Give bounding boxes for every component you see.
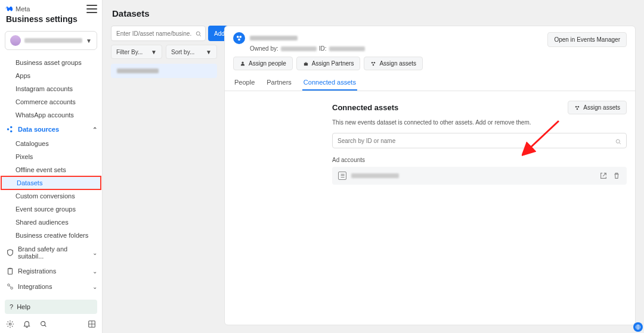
- svg-rect-4: [9, 268, 11, 269]
- svg-point-9: [9, 323, 11, 325]
- open-external-icon[interactable]: [599, 172, 608, 180]
- sort-by-dropdown[interactable]: Sort by... ▼: [166, 45, 217, 59]
- svg-point-18: [371, 61, 373, 63]
- svg-point-13: [237, 36, 239, 38]
- ad-account-icon: ☰: [338, 172, 346, 180]
- assign-people-button[interactable]: Assign people: [233, 57, 293, 70]
- list-controls: Add: [111, 26, 217, 41]
- sidebar-header: Meta Business settings: [0, 0, 102, 31]
- list-panel: Add Filter By... ▼ Sort by... ▼: [111, 26, 217, 325]
- data-sources-icon: [6, 125, 14, 133]
- ad-accounts-label: Ad accounts: [332, 157, 627, 163]
- nav-section-brand-safety[interactable]: Brand safety and suitabil... ⌄: [0, 242, 102, 263]
- svg-point-20: [373, 64, 374, 66]
- tab-people[interactable]: People: [233, 75, 256, 91]
- account-selector[interactable]: ▼: [5, 31, 97, 50]
- id-redacted: [329, 46, 365, 51]
- nav-section-registrations[interactable]: Registrations ⌄: [0, 263, 102, 279]
- svg-point-5: [8, 284, 10, 287]
- tab-partners[interactable]: Partners: [265, 75, 293, 91]
- main-content: Datasets Add Filter By... ▼ Sort by...: [103, 0, 644, 333]
- nav-item-whatsapp-accounts[interactable]: WhatsApp accounts: [0, 108, 102, 122]
- search-icon: [195, 29, 202, 36]
- dataset-list-item[interactable]: [111, 64, 217, 78]
- nav-item-catalogues[interactable]: Catalogues: [0, 137, 102, 150]
- svg-point-21: [575, 105, 577, 107]
- dataset-name-redacted: [117, 69, 159, 73]
- help-icon: ?: [10, 303, 13, 310]
- nav-item-datasets[interactable]: Datasets: [1, 176, 101, 189]
- svg-point-16: [242, 61, 243, 63]
- connected-assets-title: Connected assets: [332, 103, 568, 112]
- sidebar-footer: [0, 316, 102, 333]
- gear-icon[interactable]: [6, 320, 14, 328]
- dataset-icon: [233, 32, 245, 44]
- sidebar: Meta Business settings ▼ Business asset …: [0, 0, 103, 333]
- content-row: Add Filter By... ▼ Sort by... ▼: [111, 26, 636, 325]
- avatar: [10, 35, 21, 46]
- nav-item-custom-conversions[interactable]: Custom conversions: [0, 189, 102, 203]
- assign-assets-button[interactable]: Assign assets: [364, 57, 423, 70]
- chevron-down-icon: ▼: [206, 49, 212, 55]
- ad-account-name: [351, 173, 595, 178]
- help-button[interactable]: ? Help: [5, 300, 97, 314]
- ad-account-name-redacted: [351, 173, 399, 178]
- svg-point-19: [374, 61, 376, 63]
- svg-point-15: [238, 38, 240, 41]
- svg-point-0: [7, 128, 10, 130]
- nav-item-instagram-accounts[interactable]: Instagram accounts: [0, 82, 102, 95]
- svg-point-12: [196, 32, 200, 35]
- detail-tabs: People Partners Connected assets: [225, 75, 635, 91]
- nav-item-billing[interactable]: Billing and payments: [0, 294, 102, 297]
- assign-partners-button[interactable]: Assign Partners: [296, 57, 361, 70]
- svg-point-10: [41, 322, 45, 326]
- connected-search-wrap: [332, 133, 627, 148]
- search-icon[interactable]: [39, 320, 48, 328]
- integrations-icon: [6, 282, 14, 291]
- tab-connected-assets[interactable]: Connected assets: [302, 75, 357, 91]
- connected-assets-description: This new events dataset is connected to …: [332, 119, 627, 126]
- globe-widget[interactable]: [633, 322, 643, 332]
- svg-point-1: [10, 126, 13, 129]
- clipboard-icon: [6, 267, 14, 275]
- nav-list: Business asset groups Apps Instagram acc…: [0, 56, 102, 297]
- nav-item-event-source-groups[interactable]: Event source groups: [0, 203, 102, 216]
- trash-icon[interactable]: [612, 172, 621, 180]
- nav-section-integrations[interactable]: Integrations ⌄: [0, 279, 102, 294]
- menu-toggle-icon[interactable]: [86, 5, 97, 13]
- open-events-manager-button[interactable]: Open in Events Manager: [547, 32, 627, 47]
- chevron-down-icon: ⌄: [92, 284, 97, 290]
- filter-by-dropdown[interactable]: Filter By... ▼: [111, 45, 162, 59]
- brand-label: Meta: [16, 5, 30, 13]
- detail-panel: Owned by: ID: Open in Events Manager Ass…: [224, 26, 636, 325]
- svg-point-6: [11, 287, 13, 290]
- nav-item-pixels[interactable]: Pixels: [0, 150, 102, 163]
- connected-assets-section: Connected assets Assign assets This new …: [225, 91, 635, 193]
- grid-icon[interactable]: [88, 320, 96, 328]
- nav-item-offline-event-sets[interactable]: Offline event sets: [0, 163, 102, 176]
- nav-item-business-creative-folders[interactable]: Business creative folders: [0, 229, 102, 242]
- ad-account-row[interactable]: ☰: [332, 167, 627, 185]
- search-icon: [615, 137, 622, 144]
- search-input-wrap: [111, 26, 206, 41]
- owner-redacted: [281, 46, 317, 51]
- chevron-down-icon: ⌄: [92, 250, 97, 256]
- connected-assets-search-input[interactable]: [332, 133, 627, 148]
- account-name-redacted: [24, 38, 82, 43]
- bell-icon[interactable]: [23, 320, 31, 328]
- svg-point-2: [10, 130, 13, 133]
- assign-assets-button-secondary[interactable]: Assign assets: [568, 101, 627, 114]
- svg-point-24: [616, 139, 620, 143]
- nav-section-data-sources[interactable]: Data sources ⌃: [0, 122, 102, 137]
- meta-logo: Meta: [5, 5, 97, 13]
- nav-item-apps[interactable]: Apps: [0, 69, 102, 82]
- asset-search-input[interactable]: [111, 26, 206, 41]
- nav-item-business-asset-groups[interactable]: Business asset groups: [0, 56, 102, 69]
- svg-rect-17: [304, 63, 308, 65]
- nav-item-shared-audiences[interactable]: Shared audiences: [0, 216, 102, 229]
- nav-item-commerce-accounts[interactable]: Commerce accounts: [0, 95, 102, 108]
- chevron-down-icon: ⌄: [92, 268, 97, 275]
- dataset-title-redacted: [250, 36, 298, 41]
- meta-icon: [5, 5, 13, 13]
- action-buttons: Assign people Assign Partners Assign ass…: [225, 57, 635, 75]
